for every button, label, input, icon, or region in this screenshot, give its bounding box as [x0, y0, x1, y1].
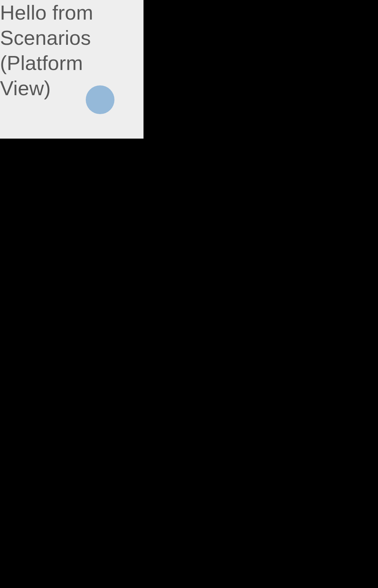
- greeting-text: Hello from Scenarios (Platform View): [0, 0, 93, 101]
- circle-indicator-icon: [86, 85, 114, 114]
- platform-view-panel: Hello from Scenarios (Platform View): [0, 0, 144, 139]
